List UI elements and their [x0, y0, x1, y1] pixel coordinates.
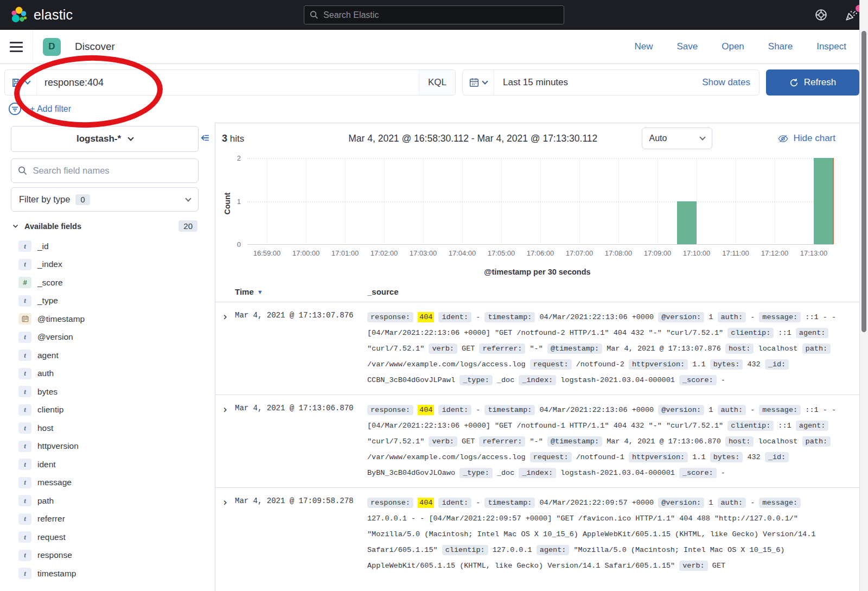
fields-sidebar: logstash-* Filter by type 0 Availa — [0, 123, 215, 591]
nav-save-button[interactable]: Save — [676, 41, 698, 52]
field-value: ::1 — [778, 422, 791, 430]
text-field-icon: t — [18, 531, 31, 543]
nav-inspect-button[interactable]: Inspect — [816, 41, 846, 52]
field-item-_score[interactable]: #_score — [11, 274, 199, 292]
histogram-bar-17:09:30[interactable] — [677, 201, 697, 245]
field-item-request[interactable]: trequest — [11, 528, 199, 546]
field-item-bytes[interactable]: tbytes — [11, 383, 199, 401]
add-filter-button[interactable]: + Add filter — [30, 104, 71, 114]
available-fields-header[interactable]: Available fields 20 — [11, 220, 199, 232]
column-time[interactable]: Time ▼ — [235, 287, 367, 296]
x-tick-label: 17:07:00 — [566, 249, 593, 257]
nav-share-button[interactable]: Share — [768, 41, 793, 52]
field-value: localhost — [758, 345, 798, 353]
field-value: 432 — [747, 360, 760, 368]
global-search-input[interactable] — [323, 10, 558, 20]
field-name-pill: verb: — [679, 561, 708, 571]
field-value: GET — [462, 437, 475, 446]
discover-app-badge[interactable]: D — [43, 38, 61, 56]
app-header: D Discover NewSaveOpenShareInspect — [0, 30, 868, 64]
field-value: 1 — [709, 313, 713, 321]
filter-by-type-label: Filter by type — [19, 194, 70, 205]
field-item-httpversion[interactable]: thttpversion — [11, 437, 199, 456]
page-scrollbar[interactable] — [859, 0, 868, 591]
field-search-input[interactable] — [33, 166, 192, 176]
text-field-icon: t — [18, 386, 31, 397]
query-language-button[interactable]: KQL — [419, 70, 455, 95]
text-field-icon: t — [18, 332, 31, 343]
column-source: _source — [367, 287, 399, 296]
elastic-logo[interactable]: elastic — [10, 6, 73, 24]
doc-table-body: ›Mar 4, 2021 @ 17:13:07.876response: 404… — [215, 302, 859, 580]
index-pattern-select[interactable]: logstash-* — [11, 126, 199, 152]
nav-open-button[interactable]: Open — [722, 41, 744, 52]
date-picker-menu-button[interactable] — [463, 70, 494, 95]
expand-row-button[interactable]: › — [215, 402, 235, 416]
text-field-icon: t — [18, 422, 31, 434]
field-value: 1.1 — [692, 360, 705, 368]
hide-chart-button[interactable]: Hide chart — [777, 133, 835, 144]
news-feed-button[interactable] — [844, 8, 858, 22]
field-item-agent[interactable]: tagent — [11, 346, 199, 365]
time-range-value[interactable]: Last 15 minutes — [494, 70, 693, 95]
text-field-icon: t — [18, 459, 31, 470]
highlighted-value: 404 — [418, 312, 434, 322]
current-time-marker — [833, 158, 834, 244]
expand-row-button[interactable]: › — [215, 309, 235, 323]
field-item-_type[interactable]: t_type — [11, 292, 199, 310]
field-value: 1.1 — [692, 453, 705, 461]
field-item-message[interactable]: tmessage — [11, 474, 199, 492]
field-name-pill: agent: — [537, 545, 570, 555]
field-item-_index[interactable]: t_index — [11, 256, 199, 274]
field-item-@version[interactable]: t@version — [11, 328, 199, 347]
field-item-timestamp[interactable]: ttimestamp — [11, 564, 199, 583]
chart-time-range: Mar 4, 2021 @ 16:58:30.112 - Mar 4, 2021… — [304, 133, 642, 144]
chevron-down-icon — [127, 135, 133, 141]
field-item-ident[interactable]: tident — [11, 455, 199, 474]
field-item-referrer[interactable]: treferrer — [11, 510, 199, 529]
text-field-icon: t — [18, 477, 31, 488]
expand-row-button[interactable]: › — [215, 495, 235, 509]
histogram-chart[interactable]: Count 012 16:59:0017:00:0017:01:0017:02:… — [215, 154, 859, 279]
field-value: 04/Mar/2021:22:09:57 +0000 — [540, 499, 654, 507]
field-value: "curl/7.52.1" — [367, 437, 424, 446]
field-item-host[interactable]: thost — [11, 419, 199, 437]
nav-new-button[interactable]: New — [634, 41, 653, 52]
collapse-sidebar-button[interactable] — [200, 132, 210, 143]
field-item-auth[interactable]: tauth — [11, 365, 199, 383]
calendar-icon — [469, 78, 479, 87]
menu-icon[interactable] — [10, 42, 23, 52]
field-item-response[interactable]: tresponse — [11, 546, 199, 565]
global-search[interactable] — [304, 5, 564, 24]
field-value: - — [721, 469, 725, 477]
show-dates-button[interactable]: Show dates — [693, 70, 759, 95]
field-item-_id[interactable]: t_id — [11, 237, 199, 256]
field-item-clientip[interactable]: tclientip — [11, 401, 199, 420]
filter-by-type-select[interactable]: Filter by type 0 — [11, 187, 199, 212]
filter-icon[interactable] — [8, 101, 22, 116]
query-input[interactable] — [44, 77, 411, 88]
field-name-pill: bytes: — [710, 359, 743, 370]
field-value: GET — [712, 562, 725, 570]
field-search[interactable] — [11, 158, 199, 183]
field-name-pill: message: — [759, 405, 801, 415]
global-header: elastic — [0, 0, 868, 30]
histogram-bar-17:13:00[interactable] — [814, 158, 833, 244]
available-fields-label: Available fields — [24, 222, 81, 231]
field-name-pill: ident: — [438, 312, 471, 322]
field-value: /var/www/example.com/logs/access.log — [367, 453, 526, 461]
field-name-pill: bytes: — [710, 452, 743, 462]
refresh-button[interactable]: Refresh — [766, 69, 859, 96]
text-field-icon: t — [18, 404, 31, 416]
interval-select[interactable]: Auto — [642, 128, 712, 149]
field-value: 04/Mar/2021:22:13:06 +0000 — [540, 313, 654, 321]
help-icon[interactable] — [814, 8, 828, 22]
field-item-@timestamp[interactable]: @timestamp — [11, 310, 199, 328]
table-row: ›Mar 4, 2021 @ 17:09:58.278response: 404… — [215, 487, 859, 580]
field-value: - — [476, 406, 480, 414]
x-tick-label: 17:02:00 — [371, 249, 398, 257]
field-value: /var/www/example.com/logs/access.log — [367, 360, 526, 368]
saved-query-menu-button[interactable] — [5, 70, 37, 95]
field-item-path[interactable]: tpath — [11, 492, 199, 510]
scrollbar-thumb[interactable] — [861, 31, 866, 332]
